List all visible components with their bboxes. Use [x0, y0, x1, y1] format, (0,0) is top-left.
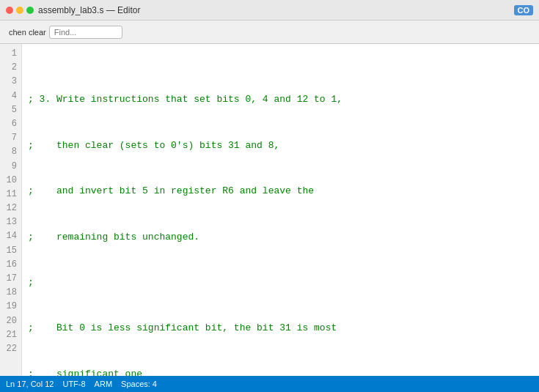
line-num: 17: [4, 272, 17, 286]
code-line-1: ; 3. Write instructions that set bits 0,…: [28, 92, 533, 108]
code-line-5: ;: [28, 275, 533, 291]
minimize-button[interactable]: [16, 7, 23, 14]
line-num: 16: [4, 258, 17, 272]
line-num: 6: [4, 117, 17, 131]
editor-area: 1 2 3 4 5 6 7 8 9 10 11 12 13 14 15 16 1…: [0, 44, 539, 376]
app-container: assembly_lab3.s — Editor CO chen clear 1…: [0, 0, 539, 392]
code-line-4: ; remaining bits unchanged.: [28, 230, 533, 245]
window-controls: [6, 7, 34, 14]
line-num: 18: [4, 286, 17, 300]
comment-text: ; remaining bits unchanged.: [28, 230, 199, 245]
indentation: Spaces: 4: [121, 380, 157, 388]
co-badge: CO: [514, 5, 534, 15]
line-num: 11: [4, 188, 17, 201]
comment-text: ;: [28, 275, 34, 291]
search-input[interactable]: [49, 26, 122, 39]
line-num: 4: [4, 89, 17, 103]
encoding: UTF-8: [62, 380, 85, 388]
title-bar-right: CO: [514, 5, 534, 15]
close-button[interactable]: [6, 7, 13, 14]
line-num: 10: [4, 174, 17, 188]
line-num: 15: [4, 244, 17, 258]
line-num: 21: [4, 328, 17, 342]
line-numbers: 1 2 3 4 5 6 7 8 9 10 11 12 13 14 15 16 1…: [0, 44, 22, 376]
line-num: 22: [4, 342, 17, 356]
line-num: 3: [4, 75, 17, 89]
comment-text: ; significant one: [28, 367, 142, 376]
line-num: 20: [4, 314, 17, 328]
comment-text: ; and invert bit 5 in register R6 and le…: [28, 184, 314, 199]
code-line-7: ; significant one: [28, 367, 533, 376]
line-num: 12: [4, 201, 17, 215]
code-editor[interactable]: ; 3. Write instructions that set bits 0,…: [22, 44, 539, 376]
toolbar: chen clear: [0, 21, 539, 44]
line-num: 9: [4, 160, 17, 174]
cursor-position: Ln 17, Col 12: [6, 380, 54, 388]
search-label: chen clear: [9, 28, 46, 37]
window-title: assembly_lab3.s — Editor: [38, 5, 140, 15]
line-num: 14: [4, 229, 17, 243]
code-line-6: ; Bit 0 is less significant bit, the bit…: [28, 321, 533, 336]
code-line-3: ; and invert bit 5 in register R6 and le…: [28, 184, 533, 199]
comment-text: ; 3. Write instructions that set bits 0,…: [28, 92, 342, 108]
line-num: 19: [4, 300, 17, 314]
language-mode: ARM: [95, 380, 112, 388]
line-num: 5: [4, 103, 17, 117]
title-bar: assembly_lab3.s — Editor CO: [0, 0, 539, 21]
line-num: 2: [4, 61, 17, 75]
status-bar: Ln 17, Col 12 UTF-8 ARM Spaces: 4: [0, 376, 539, 392]
title-bar-left: assembly_lab3.s — Editor: [6, 5, 140, 15]
code-line-2: ; then clear (sets to 0's) bits 31 and 8…: [28, 138, 533, 154]
line-num: 7: [4, 131, 17, 145]
toolbar-search: chen clear: [9, 26, 122, 39]
line-num: 8: [4, 145, 17, 159]
line-num: 1: [4, 47, 17, 61]
line-num: 13: [4, 215, 17, 229]
comment-text: ; then clear (sets to 0's) bits 31 and 8…: [28, 138, 279, 154]
maximize-button[interactable]: [26, 7, 34, 14]
comment-text: ; Bit 0 is less significant bit, the bit…: [28, 321, 337, 336]
